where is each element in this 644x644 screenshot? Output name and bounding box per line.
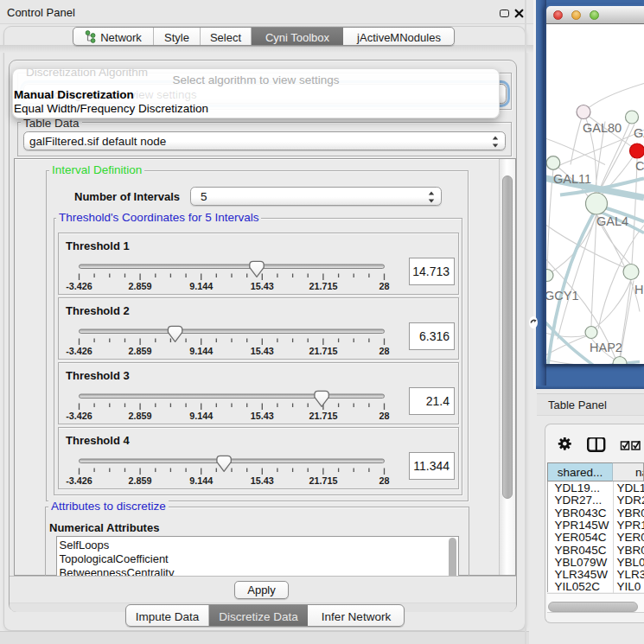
svg-text:21.715: 21.715	[309, 346, 337, 356]
svg-text:C: C	[635, 158, 644, 172]
svg-text:2.859: 2.859	[129, 475, 152, 486]
svg-text:9.144: 9.144	[189, 475, 213, 486]
svg-text:-3.426: -3.426	[66, 281, 92, 291]
svg-text:GAL4: GAL4	[596, 214, 628, 227]
svg-text:-3.426: -3.426	[66, 475, 92, 486]
svg-text:GCY1: GCY1	[546, 288, 579, 302]
svg-text:15.43: 15.43	[251, 346, 274, 356]
svg-text:GAL80: GAL80	[583, 120, 622, 134]
svg-text:-3.426: -3.426	[66, 411, 92, 421]
svg-text:HAP2: HAP2	[590, 340, 622, 354]
svg-text:28: 28	[379, 346, 389, 356]
svg-text:28: 28	[379, 411, 389, 421]
svg-text:2.859: 2.859	[129, 411, 152, 421]
svg-text:21.715: 21.715	[309, 281, 337, 291]
svg-text:9.144: 9.144	[189, 411, 213, 421]
svg-text:-3.426: -3.426	[66, 346, 92, 356]
svg-text:21.715: 21.715	[309, 411, 337, 421]
svg-text:15.43: 15.43	[251, 281, 274, 291]
svg-text:GAL11: GAL11	[553, 171, 591, 185]
svg-text:2.859: 2.859	[129, 346, 152, 356]
svg-text:2.859: 2.859	[129, 281, 152, 291]
svg-text:15.43: 15.43	[251, 411, 274, 421]
svg-text:9.144: 9.144	[189, 346, 213, 356]
svg-text:H: H	[634, 282, 643, 296]
svg-text:21.715: 21.715	[309, 475, 337, 486]
svg-text:15.43: 15.43	[251, 475, 274, 486]
svg-text:GA: GA	[634, 125, 644, 139]
svg-text:9.144: 9.144	[189, 281, 213, 291]
svg-text:28: 28	[379, 281, 389, 291]
svg-text:28: 28	[379, 475, 389, 486]
